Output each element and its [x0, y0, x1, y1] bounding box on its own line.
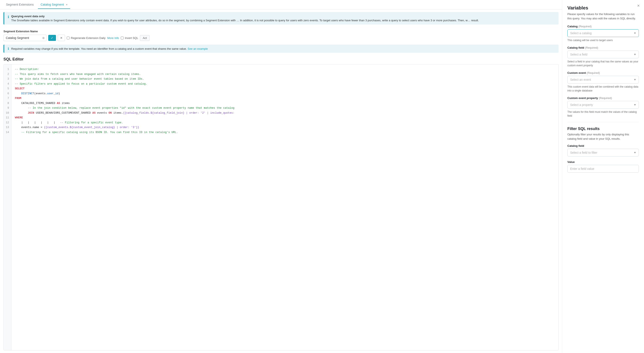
sql-editor-section: SQL Editor 12345 678910 11121314 -- Desc… — [0, 54, 562, 353]
panel-subtitle: Please specify values for the following … — [567, 12, 639, 20]
info-bar: ℹ Required variables may change if you e… — [4, 44, 558, 53]
filter-catalog-field-group: Catalog field Select a field to filter ▼ — [567, 144, 639, 156]
invert-sql-checkbox[interactable] — [121, 36, 124, 40]
sql-editor-title: SQL Editor — [4, 57, 558, 62]
sql-content[interactable]: 12345 678910 11121314 -- Description: --… — [4, 64, 558, 350]
custom-event-property-label: Custom event property (Required) — [567, 96, 639, 100]
catalog-select-wrapper: Select a catalog ▼ — [567, 29, 639, 37]
alert-title: Querying event data only — [11, 15, 479, 18]
custom-event-property-group: Custom event property (Required) Select … — [567, 96, 639, 118]
value-field-input[interactable] — [567, 165, 639, 173]
segment-name-label: Segment Extension Name — [4, 30, 558, 33]
tab-segment-extensions[interactable]: Segment Extensions — [4, 1, 36, 9]
custom-event-desc: This custom event data will be combined … — [567, 85, 639, 92]
left-panel: Segment Extensions Catalog Segment × ℹ Q… — [0, 0, 562, 353]
right-panel: × Variables Please specify values for th… — [562, 0, 644, 353]
tab-catalog-segment[interactable]: Catalog Segment × — [38, 1, 70, 9]
section-divider — [567, 122, 639, 122]
tabs-bar: Segment Extensions Catalog Segment × — [0, 0, 562, 10]
value-field-group: Value — [567, 160, 639, 173]
regenerate-label: Regenerate Extension Daily — [71, 36, 106, 40]
line-numbers: 12345 678910 11121314 — [4, 64, 12, 350]
custom-event-select-wrapper: Select an event ▼ — [567, 76, 639, 84]
invert-sql-label: Invert SQL — [125, 36, 138, 40]
catalog-field-group: Catalog (Required) Select a catalog ▼ Th… — [567, 25, 639, 42]
catalog-field-label: Catalog (Required) — [567, 25, 639, 28]
alert-banner: ℹ Querying event data only The Snowflake… — [4, 12, 558, 24]
sql-code-area[interactable]: -- Description: -- This query aims to fe… — [12, 64, 558, 350]
tab-close-icon[interactable]: × — [66, 3, 67, 6]
filter-section-desc: Optionally filter your results by only d… — [567, 132, 639, 141]
segment-name-input-wrap: ⊗ — [4, 35, 46, 41]
confirm-button[interactable]: ✓ — [48, 35, 56, 41]
info-bar-icon: ℹ — [8, 47, 9, 50]
catalog-field-required-group: Catalog field (Required) Select a field … — [567, 46, 639, 67]
value-field-label: Value — [567, 160, 639, 164]
custom-event-property-select[interactable]: Select a property — [567, 101, 639, 109]
act-button[interactable]: Act — [140, 35, 150, 41]
regenerate-checkbox-label[interactable]: Regenerate Extension Daily — [67, 36, 106, 40]
catalog-select[interactable]: Select a catalog — [567, 29, 639, 37]
segment-name-input[interactable] — [4, 35, 46, 41]
custom-event-property-select-wrapper: Select a property ▼ — [567, 101, 639, 109]
see-example-link[interactable]: See an example — [188, 47, 208, 50]
filter-catalog-field-select[interactable]: Select a field to filter — [567, 149, 639, 156]
close-panel-button[interactable]: × — [637, 4, 640, 8]
sql-editor-box[interactable]: 12345 678910 11121314 -- Description: --… — [4, 64, 558, 350]
catalog-field-select-wrapper: Select a field ▼ — [567, 50, 639, 58]
panel-title: Variables — [567, 5, 639, 11]
custom-event-group: Custom event (Required) Select an event … — [567, 71, 639, 92]
info-bar-text: Required variables may change if you edi… — [11, 47, 208, 50]
alert-text: The Snowflake tables available in Segmen… — [11, 19, 479, 22]
catalog-field-required-label: Catalog field (Required) — [567, 46, 639, 49]
custom-event-label: Custom event (Required) — [567, 71, 639, 74]
alert-content: Querying event data only The Snowflake t… — [11, 15, 479, 22]
regenerate-checkbox[interactable] — [67, 36, 70, 40]
cancel-button[interactable]: ✕ — [58, 35, 65, 41]
filter-catalog-field-label: Catalog field — [567, 144, 639, 148]
custom-event-select[interactable]: Select an event — [567, 76, 639, 84]
filter-section-title: Filter SQL results — [567, 126, 639, 131]
clear-input-button[interactable]: ⊗ — [42, 36, 45, 40]
catalog-field-desc: This catalog will be used to target user… — [567, 38, 639, 42]
catalog-field-select[interactable]: Select a field — [567, 50, 639, 58]
more-info-link[interactable]: More Info — [107, 36, 119, 40]
segment-name-section: Segment Extension Name ⊗ ✓ ✕ Regenerate … — [0, 27, 562, 43]
invert-sql-checkbox-label[interactable]: Invert SQL — [121, 36, 138, 40]
filter-catalog-field-select-wrapper: Select a field to filter ▼ — [567, 149, 639, 156]
custom-event-property-desc: The values for this field must match the… — [567, 110, 639, 118]
catalog-field-required-desc: Select a field in your catalog that has … — [567, 60, 639, 67]
alert-info-icon: ℹ — [8, 15, 9, 19]
segment-name-row: ⊗ ✓ ✕ Regenerate Extension Daily More In… — [4, 35, 558, 41]
